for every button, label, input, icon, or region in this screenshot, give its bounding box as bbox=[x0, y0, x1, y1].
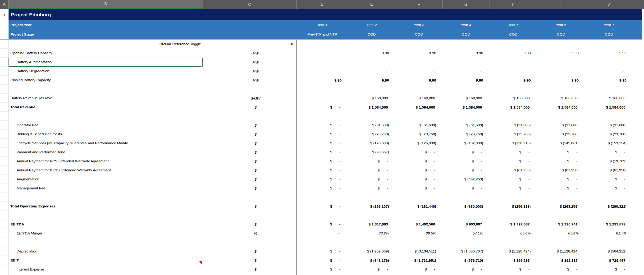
unit-cell[interactable]: $ bbox=[203, 103, 296, 112]
empty-cell[interactable] bbox=[203, 30, 296, 39]
year-cell[interactable]: Year 5 bbox=[490, 20, 537, 30]
unit-cell[interactable]: $ bbox=[203, 157, 296, 166]
value-cell-i[interactable]: $ - bbox=[537, 184, 585, 193]
unit-cell[interactable]: $ bbox=[203, 175, 296, 184]
column-header-e[interactable]: E bbox=[348, 0, 395, 9]
row-label-cell[interactable]: Bidding & Scheduling Costs bbox=[8, 130, 203, 139]
value-cell-h[interactable] bbox=[490, 112, 537, 121]
value-cell-f[interactable] bbox=[395, 211, 442, 220]
value-cell-f[interactable]: $ - bbox=[395, 175, 442, 184]
row-label-cell[interactable]: Total Operating Expenses bbox=[8, 202, 203, 211]
value-cell-j[interactable] bbox=[585, 112, 633, 121]
row-label-cell[interactable] bbox=[8, 211, 203, 220]
value-cell-g[interactable]: $ 1,584,000 bbox=[442, 103, 490, 112]
value-cell-e[interactable]: $ - bbox=[348, 166, 395, 175]
unit-cell[interactable]: $ bbox=[203, 247, 296, 256]
value-cell-h[interactable] bbox=[490, 193, 537, 202]
value-cell-j[interactable]: $ (153,154) bbox=[585, 139, 633, 148]
value-cell-h[interactable]: $ - bbox=[490, 157, 537, 166]
value-cell-i[interactable]: 9.90 bbox=[537, 48, 585, 58]
value-cell-i[interactable]: $ (1,128,424) bbox=[537, 247, 585, 256]
value-cell-j[interactable]: $ 1,584,000 bbox=[585, 103, 633, 112]
value-cell-h[interactable] bbox=[490, 238, 537, 247]
value-cell-g[interactable]: 57.1% bbox=[442, 229, 490, 238]
unit-cell[interactable]: $/MW bbox=[203, 94, 296, 103]
row-label-cell[interactable]: Interest Expense bbox=[8, 265, 203, 274]
project-stage-label[interactable]: Project Stage bbox=[8, 30, 203, 39]
year-cell[interactable]: Year 7 bbox=[585, 20, 633, 30]
value-cell-j[interactable]: $ (564,212) bbox=[585, 247, 633, 256]
value-cell-d[interactable] bbox=[296, 112, 348, 121]
value-cell-g[interactable]: $ - bbox=[442, 265, 490, 274]
value-cell-j[interactable]: $ - bbox=[585, 265, 633, 274]
value-cell-d[interactable]: - bbox=[296, 229, 348, 238]
unit-cell[interactable]: $ bbox=[203, 265, 296, 274]
value-cell-i[interactable]: $ 192,317 bbox=[537, 256, 585, 265]
column-header-f[interactable]: F bbox=[395, 0, 442, 9]
value-cell-h[interactable]: $ - bbox=[490, 148, 537, 157]
value-cell-g[interactable]: $ (31,680) bbox=[442, 121, 490, 130]
row-label-cell[interactable] bbox=[8, 193, 203, 202]
value-cell-e[interactable] bbox=[348, 211, 395, 220]
unit-cell[interactable]: $ bbox=[203, 220, 296, 229]
row-label-cell[interactable]: Management Fee bbox=[8, 184, 203, 193]
value-cell-j[interactable]: $ - bbox=[585, 175, 633, 184]
value-cell-f[interactable]: $ (1,731,951) bbox=[395, 256, 442, 265]
value-cell-e[interactable]: $ - bbox=[348, 175, 395, 184]
value-cell-h[interactable]: $ 199,263 bbox=[490, 256, 537, 265]
value-cell-h[interactable]: $ (61,958) bbox=[490, 166, 537, 175]
value-cell-j[interactable] bbox=[585, 58, 633, 66]
value-cell-j[interactable]: $ (31,680) bbox=[585, 121, 633, 130]
value-cell-f[interactable]: $ (31,680) bbox=[395, 121, 442, 130]
value-cell-h[interactable]: $ - bbox=[490, 265, 537, 274]
value-cell-e[interactable]: $ (90,667) bbox=[348, 148, 395, 157]
value-cell-d[interactable]: $ - bbox=[296, 148, 348, 157]
value-cell-e[interactable]: $ 1,584,000 bbox=[348, 103, 395, 112]
value-cell-h[interactable]: $ - bbox=[490, 184, 537, 193]
value-cell-g[interactable]: $ ( bbox=[442, 274, 490, 275]
value-cell-h[interactable] bbox=[490, 40, 537, 48]
value-cell-h[interactable]: $ (31,680) bbox=[490, 121, 537, 130]
unit-cell[interactable]: $ bbox=[203, 139, 296, 148]
value-cell-h[interactable] bbox=[490, 85, 537, 94]
value-cell-d[interactable] bbox=[296, 238, 348, 247]
value-cell-i[interactable]: $ 1,320,741 bbox=[537, 220, 585, 229]
value-cell-e[interactable]: $ - bbox=[348, 265, 395, 274]
row-label-cell[interactable]: EBITDA Margin bbox=[8, 229, 203, 238]
value-cell-h[interactable]: - bbox=[490, 66, 537, 76]
value-cell-j[interactable]: $ - bbox=[585, 148, 633, 157]
value-cell-g[interactable]: $ - bbox=[442, 184, 490, 193]
column-header-j[interactable]: J bbox=[585, 0, 633, 9]
value-cell-i[interactable] bbox=[537, 211, 585, 220]
value-cell-d[interactable]: $ - bbox=[296, 274, 348, 275]
row-label-cell[interactable]: Battery Degradation bbox=[8, 66, 203, 76]
unit-cell[interactable] bbox=[203, 238, 296, 247]
value-cell-i[interactable]: $ 160,000 bbox=[537, 94, 585, 103]
value-cell-e[interactable]: $ 160,000 bbox=[348, 94, 395, 103]
value-cell-j[interactable] bbox=[585, 193, 633, 202]
row-label-cell[interactable]: Closing Battery Capacity bbox=[8, 76, 203, 85]
value-cell-j[interactable]: $ (61,958) bbox=[585, 166, 633, 175]
year-cell[interactable]: Year 2 bbox=[348, 20, 395, 30]
unit-cell[interactable]: MW bbox=[203, 66, 296, 76]
value-cell-d[interactable]: $ - bbox=[296, 175, 348, 184]
value-cell-i[interactable]: $ (263,259) bbox=[537, 202, 585, 211]
value-cell-i[interactable]: $ (31,680) bbox=[537, 121, 585, 130]
column-header-k-partial[interactable] bbox=[633, 0, 644, 9]
project-year-label[interactable]: Project Year bbox=[8, 20, 203, 30]
row-label-cell[interactable] bbox=[8, 274, 203, 275]
value-cell-g[interactable]: $ - bbox=[442, 157, 490, 166]
value-cell-h[interactable]: $ (138,915) bbox=[490, 139, 537, 148]
value-cell-d[interactable]: $ - bbox=[296, 247, 348, 256]
value-cell-j[interactable] bbox=[585, 211, 633, 220]
value-cell-j[interactable]: 9.90 bbox=[585, 48, 633, 58]
value-cell-i[interactable] bbox=[537, 193, 585, 202]
value-cell-e[interactable]: $ (120,000) bbox=[348, 139, 395, 148]
stage-cell[interactable]: COD bbox=[537, 30, 585, 39]
column-header-d[interactable]: D bbox=[296, 0, 348, 9]
value-cell-e[interactable] bbox=[348, 193, 395, 202]
value-cell-f[interactable]: $ ( bbox=[395, 274, 442, 275]
value-cell-d[interactable] bbox=[296, 211, 348, 220]
year-cell[interactable]: Year 6 bbox=[537, 20, 585, 30]
row-label-cell[interactable]: Annual Payment for PCS Extended Warranty… bbox=[8, 157, 203, 166]
